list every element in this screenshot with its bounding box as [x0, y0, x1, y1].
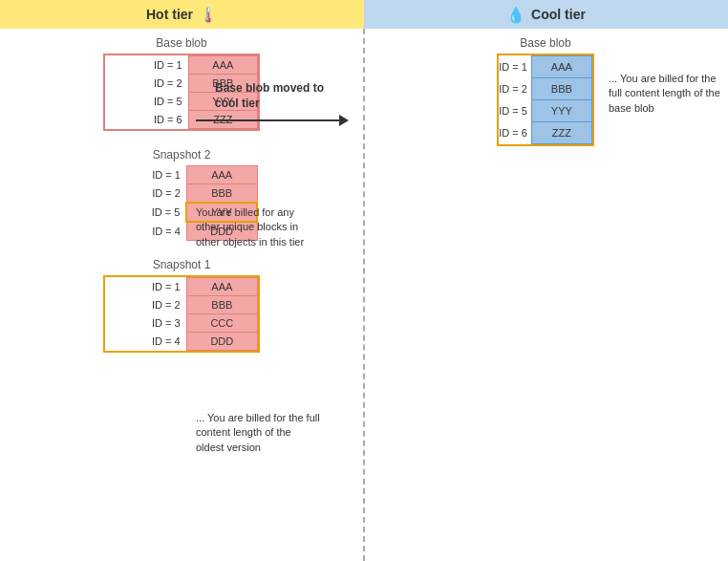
id-cell: ID = 5	[105, 203, 186, 222]
id-cell: ID = 3	[105, 314, 186, 333]
snapshot1-section: Snapshot 1 ID = 1 AAA ID = 2 BBB ID = 3	[10, 258, 353, 353]
hot-tier-label: Hot tier	[146, 7, 193, 22]
snapshot1-wrapper: ID = 1 AAA ID = 2 BBB ID = 3 CCC ID =	[103, 275, 260, 353]
move-arrow-area: Base blob moved to cool tier	[196, 81, 349, 126]
table-row: ID = 2 BBB	[499, 78, 591, 100]
id-cell: ID = 2	[105, 296, 186, 314]
data-cell: BBB	[186, 296, 257, 314]
hot-tier-header: Hot tier 🌡️	[0, 0, 364, 29]
snapshot2-billing-note: You are billed for any other unique bloc…	[196, 205, 320, 249]
id-cell: ID = 1	[105, 278, 186, 296]
move-label: Base blob moved to cool tier	[215, 81, 330, 111]
snapshot2-title: Snapshot 2	[153, 148, 211, 162]
arrow-row	[196, 115, 349, 126]
data-cell: ZZZ	[531, 122, 591, 144]
data-cell: AAA	[531, 56, 591, 78]
snapshot2-billing-text: You are billed for any other unique bloc…	[196, 206, 304, 248]
data-cell: DDD	[186, 333, 257, 351]
cool-blob-wrapper: ID = 1 AAA ID = 2 BBB ID = 5 YYY ID =	[497, 54, 594, 146]
table-row: ID = 2 BBB	[105, 296, 258, 314]
data-cell: YYY	[531, 100, 591, 122]
table-row: ID = 2 BBB	[105, 184, 257, 204]
id-cell: ID = 4	[105, 333, 186, 351]
data-cell: CCC	[186, 314, 257, 333]
data-cell: AAA	[186, 278, 257, 296]
snapshot1-billing-note: ... You are billed for the full content …	[196, 411, 320, 455]
id-cell: ID = 2	[105, 184, 186, 204]
table-row: ID = 1 AAA	[499, 56, 591, 78]
thermometer-icon: 🌡️	[199, 6, 218, 24]
id-cell: ID = 2	[105, 75, 188, 93]
id-cell: ID = 1	[499, 56, 531, 78]
table-row: ID = 6 ZZZ	[499, 122, 591, 144]
cool-billing-text: ... You are billed for the full content …	[609, 73, 720, 114]
cool-side: Base blob ID = 1 AAA ID = 2 BBB ID = 5	[363, 29, 728, 561]
arrow-head	[339, 115, 349, 126]
id-cell: ID = 2	[499, 78, 531, 100]
hot-base-blob-title: Base blob	[156, 36, 206, 50]
id-cell: ID = 5	[499, 100, 531, 122]
cool-tier-label: Cool tier	[531, 7, 586, 22]
cool-base-blob-title: Base blob	[520, 36, 570, 50]
id-cell: ID = 5	[105, 93, 188, 111]
id-cell: ID = 1	[105, 56, 188, 75]
tier-divider	[363, 29, 365, 561]
id-cell: ID = 6	[499, 122, 531, 144]
table-row: ID = 1 AAA	[105, 166, 257, 184]
cool-base-blob-table: ID = 1 AAA ID = 2 BBB ID = 5 YYY ID =	[499, 55, 592, 144]
id-cell: ID = 1	[105, 166, 186, 184]
snapshot1-table: ID = 1 AAA ID = 2 BBB ID = 3 CCC ID =	[105, 277, 258, 351]
hot-side: Base blob ID = 1 AAA ID = 2 BBB ID = 5	[0, 29, 363, 561]
cool-billing-note: ... You are billed for the full content …	[609, 72, 723, 116]
arrow-line	[196, 119, 339, 121]
snapshot1-title: Snapshot 1	[153, 258, 211, 271]
data-cell: BBB	[186, 184, 257, 204]
data-cell: AAA	[186, 166, 257, 184]
cool-tier-header: 💧 Cool tier	[364, 0, 728, 29]
table-row: ID = 4 DDD	[105, 333, 258, 351]
table-row: ID = 3 CCC	[105, 314, 258, 333]
id-cell: ID = 4	[105, 222, 186, 241]
table-row: ID = 1 AAA	[105, 56, 258, 75]
data-cell: BBB	[531, 78, 591, 100]
table-row: ID = 5 YYY	[499, 100, 591, 122]
table-row: ID = 1 AAA	[105, 278, 258, 296]
droplet-icon: 💧	[506, 6, 525, 24]
id-cell: ID = 6	[105, 111, 188, 129]
data-cell: AAA	[188, 56, 257, 75]
snapshot1-billing-text: ... You are billed for the full content …	[196, 412, 320, 453]
